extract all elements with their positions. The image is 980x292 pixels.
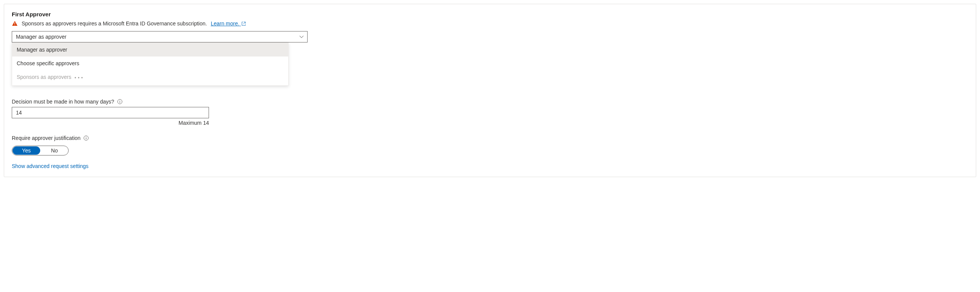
- approver-select-container: Manager as approver Manager as approver …: [12, 31, 307, 86]
- dropdown-option-manager[interactable]: Manager as approver: [12, 43, 288, 57]
- justification-label-row: Require approver justification: [12, 135, 968, 141]
- svg-rect-0: [14, 22, 15, 24]
- learn-more-label: Learn more.: [211, 21, 239, 27]
- svg-rect-1: [14, 25, 15, 25]
- chevron-down-icon: [299, 34, 304, 40]
- section-title: First Approver: [12, 11, 968, 17]
- approver-select-value: Manager as approver: [16, 34, 66, 40]
- svg-rect-3: [119, 101, 120, 103]
- warning-row: Sponsors as approvers requires a Microso…: [12, 21, 968, 27]
- approver-dropdown: Manager as approver Choose specific appr…: [12, 43, 289, 86]
- justification-label: Require approver justification: [12, 135, 80, 141]
- svg-rect-4: [119, 100, 120, 101]
- decision-days-label-row: Decision must be made in how many days?: [12, 98, 968, 105]
- show-advanced-link[interactable]: Show advanced request settings: [12, 163, 88, 169]
- decision-days-input[interactable]: [12, 107, 209, 118]
- info-icon[interactable]: [83, 135, 89, 141]
- svg-rect-7: [86, 137, 86, 137]
- dropdown-option-sponsors: Sponsors as approvers ●●●: [12, 70, 288, 84]
- decision-days-helper: Maximum 14: [12, 120, 209, 126]
- decision-days-label: Decision must be made in how many days?: [12, 98, 114, 105]
- dropdown-option-specific[interactable]: Choose specific approvers: [12, 57, 288, 70]
- ellipsis-icon: ●●●: [72, 76, 84, 79]
- justification-no[interactable]: No: [41, 146, 68, 155]
- learn-more-link[interactable]: Learn more.: [211, 21, 246, 27]
- info-icon[interactable]: [117, 99, 123, 104]
- warning-triangle-icon: [12, 21, 18, 27]
- warning-text: Sponsors as approvers requires a Microso…: [22, 21, 207, 27]
- approver-select[interactable]: Manager as approver: [12, 31, 307, 43]
- svg-rect-6: [86, 138, 86, 139]
- dropdown-option-sponsors-label: Sponsors as approvers: [17, 74, 71, 80]
- external-link-icon: [242, 22, 246, 26]
- justification-yes[interactable]: Yes: [13, 146, 40, 155]
- first-approver-panel: First Approver Sponsors as approvers req…: [4, 4, 976, 177]
- justification-toggle: Yes No: [12, 146, 68, 156]
